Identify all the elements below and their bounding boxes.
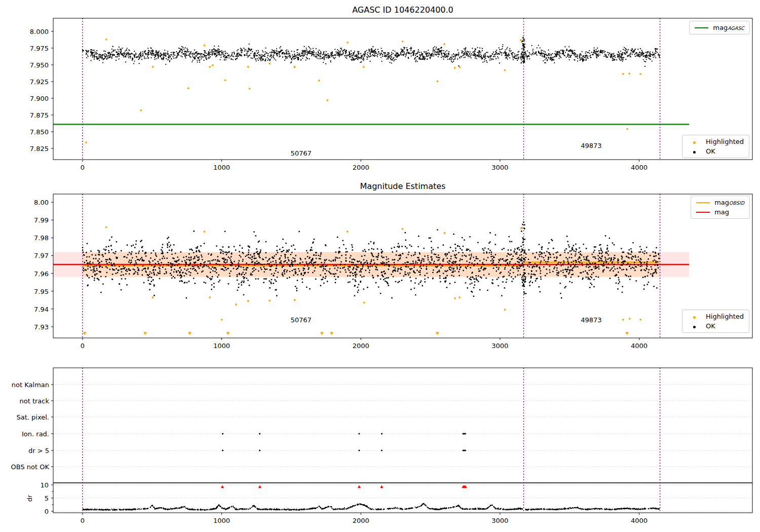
flag-label-ion-rad: Ion. rad.	[22, 430, 49, 438]
x-tick-label: 2000	[353, 342, 369, 350]
highlighted-dot-icon	[688, 138, 701, 145]
x-tick-label: 4000	[631, 517, 648, 524]
x-tick-label: 2000	[353, 517, 369, 524]
flag-label-not-kalman: not Kalman	[12, 381, 49, 389]
plot-canvas	[0, 0, 760, 532]
y-tick-label: 7.95	[34, 287, 49, 295]
obsid-annotation: 50767	[290, 149, 311, 157]
legend-mag-agasc: magAGASC	[689, 21, 750, 34]
highlighted-dot-icon	[688, 313, 701, 320]
x-tick-label: 4000	[631, 164, 648, 171]
legend-label: mag	[714, 208, 729, 216]
legend-row: Highlighted	[688, 138, 744, 145]
y-tick-label: 7.94	[34, 305, 49, 313]
legend-top-points: Highlighted OK	[682, 135, 749, 158]
legend-row: magOBSID	[696, 199, 744, 206]
y-tick-label: 7.96	[34, 270, 49, 277]
y-tick-label: 7.975	[30, 44, 49, 52]
obsid-annotation: 49873	[581, 142, 601, 149]
x-tick-label: 1000	[213, 164, 230, 171]
flag-label-dr-gt-5: dr > 5	[28, 447, 49, 454]
legend-middle-points: Highlighted OK	[682, 310, 749, 333]
x-tick-label: 1000	[213, 517, 230, 524]
legend-row: magAGASC	[695, 24, 744, 31]
green-line-sample	[695, 27, 708, 28]
x-tick-label: 3000	[491, 517, 508, 524]
y-tick-label: 7.900	[30, 94, 49, 102]
y-tick-label: 7.97	[34, 252, 49, 259]
legend-label: OK	[706, 147, 715, 155]
legend-label: Highlighted	[706, 138, 744, 145]
obsid-annotation: 49873	[581, 316, 601, 323]
legend-label: OK	[706, 322, 715, 330]
y-tick-label: 7.98	[34, 234, 49, 242]
middle-plot-title: Magnitude Estimates	[53, 181, 752, 191]
dr-tick-label: 0	[45, 508, 49, 515]
y-tick-label: 7.93	[34, 323, 49, 330]
top-plot-title: AGASC ID 1046220400.0	[53, 5, 752, 15]
x-tick-label: 3000	[491, 342, 508, 350]
y-tick-label: 7.950	[30, 61, 49, 68]
y-tick-label: 7.850	[30, 128, 49, 135]
x-tick-label: 3000	[491, 164, 508, 171]
dr-tick-label: 10	[40, 481, 49, 489]
flag-label-not-track: not track	[19, 397, 49, 405]
legend-row: mag	[696, 208, 744, 216]
legend-row: Highlighted	[688, 313, 744, 320]
y-tick-label: 7.99	[34, 216, 49, 224]
ok-dot-icon	[688, 147, 701, 155]
legend-row: OK	[688, 322, 744, 330]
figure: AGASC ID 1046220400.0 Magnitude Estimate…	[0, 0, 760, 532]
orange-line-sample	[696, 202, 710, 203]
legend-label: magAGASC	[713, 24, 744, 31]
x-tick-label: 4000	[631, 342, 648, 350]
y-tick-label: 7.875	[30, 111, 49, 119]
flag-label-sat-pixel: Sat. pixel.	[17, 413, 49, 421]
x-tick-label: 2000	[353, 164, 369, 171]
legend-mag-obsid: magOBSID mag	[691, 196, 750, 219]
x-tick-label: 1000	[213, 342, 230, 350]
obsid-annotation: 50767	[290, 316, 311, 323]
legend-label: Highlighted	[706, 313, 744, 320]
dr-axis-label: dr	[26, 495, 33, 502]
ok-dot-icon	[688, 322, 701, 330]
y-tick-label: 8.000	[30, 27, 49, 35]
y-tick-label: 8.00	[34, 199, 49, 206]
y-tick-label: 7.925	[30, 78, 49, 85]
legend-row: OK	[688, 147, 744, 155]
red-line-sample	[696, 212, 710, 213]
flag-label-obs-not-ok: OBS not OK	[11, 463, 50, 471]
legend-label: magOBSID	[714, 199, 744, 206]
y-tick-label: 7.825	[30, 144, 49, 152]
x-tick-label: 0	[81, 164, 85, 171]
x-tick-label: 0	[81, 517, 85, 524]
dr-tick-label: 5	[45, 495, 49, 502]
x-tick-label: 0	[81, 342, 85, 350]
